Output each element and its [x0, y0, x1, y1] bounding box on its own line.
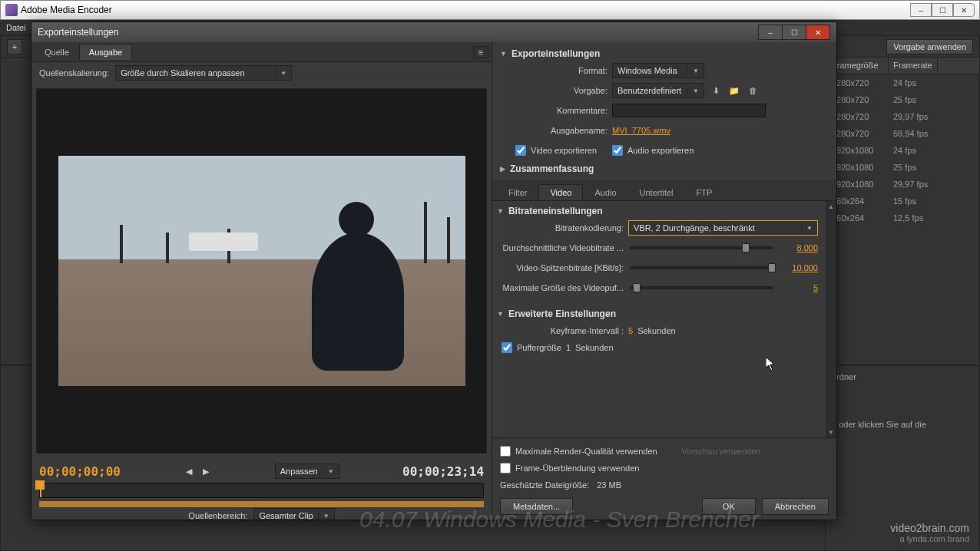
- avg-bitrate-value[interactable]: 8.000: [780, 243, 818, 252]
- peak-bitrate-label: Video-Spitzenbitrate [KBit/s]:: [497, 263, 624, 272]
- current-timecode[interactable]: 00;00;00;00: [39, 464, 121, 479]
- max-render-label: Maximale Render-Qualität verwenden: [515, 447, 657, 456]
- dialog-close-button[interactable]: ✕: [806, 25, 830, 40]
- tab-video[interactable]: Video: [538, 184, 583, 200]
- export-video-checkbox[interactable]: Video exportieren: [515, 144, 597, 157]
- window-maximize-button[interactable]: ☐: [932, 3, 953, 17]
- ok-button[interactable]: OK: [702, 498, 756, 515]
- scroll-up-icon[interactable]: ▲: [826, 201, 836, 212]
- source-range-dropdown[interactable]: Gesamter Clip ▼: [253, 508, 334, 520]
- add-source-button[interactable]: +: [7, 39, 22, 54]
- tab-output[interactable]: Ausgabe: [79, 44, 132, 60]
- advanced-heading[interactable]: ▼ Erweiterte Einstellungen: [497, 307, 832, 321]
- keyframe-value[interactable]: 5: [628, 326, 633, 335]
- brand-logo: video2brain.com a lynda.com brand: [890, 522, 969, 543]
- window-close-button[interactable]: ✕: [953, 3, 975, 17]
- preview-viewport[interactable]: [36, 88, 487, 454]
- chevron-down-icon: ▼: [801, 225, 813, 232]
- avg-bitrate-label: Durchschnittliche Videobitrate ...: [497, 243, 624, 252]
- dialog-titlebar[interactable]: Exporteinstellungen – ☐ ✕: [31, 22, 836, 42]
- buffersize-checkbox[interactable]: [502, 342, 512, 353]
- peak-bitrate-slider[interactable]: [630, 266, 773, 269]
- prev-frame-icon[interactable]: ◀: [184, 466, 194, 477]
- next-frame-icon[interactable]: ▶: [200, 466, 211, 477]
- tab-source[interactable]: Quelle: [35, 44, 79, 61]
- import-preset-icon[interactable]: 📁: [727, 84, 741, 97]
- twisty-right-icon: ▶: [500, 165, 505, 173]
- buffer-max-slider[interactable]: [630, 286, 773, 289]
- frame-blend-checkbox[interactable]: [500, 463, 511, 473]
- bitrate-heading[interactable]: ▼ Bitrateneinstellungen: [497, 204, 832, 218]
- outputname-label: Ausgabename:: [500, 126, 608, 135]
- preset-label: Vorgabe:: [500, 86, 608, 95]
- est-size-value: 23 MB: [597, 480, 621, 490]
- tab-ftp[interactable]: FTP: [685, 184, 724, 200]
- frame-blend-label: Frame-Überblendung verwenden: [515, 464, 639, 473]
- app-title: Adobe Media Encoder: [21, 5, 910, 15]
- preset-row[interactable]: 1920x108029,97 fps: [827, 176, 979, 193]
- preset-row[interactable]: 1280x72059,94 fps: [827, 125, 979, 142]
- export-settings-dialog: Exporteinstellungen – ☐ ✕ Quelle Ausgabe…: [31, 21, 837, 520]
- dialog-minimize-button[interactable]: –: [758, 25, 783, 40]
- timeline-track[interactable]: [39, 483, 484, 498]
- keyframe-unit: Sekunden: [637, 326, 676, 335]
- comments-label: Kommentare:: [500, 106, 608, 115]
- outputname-link[interactable]: MVI_7705.wmv: [612, 126, 670, 135]
- twisty-down-icon: ▼: [497, 207, 504, 215]
- buffer-max-label: Maximale Größe des Videopuf...: [497, 283, 624, 292]
- dialog-footer: Maximale Render-Qualität verwenden Vorsc…: [492, 437, 836, 520]
- comments-input[interactable]: [612, 104, 766, 117]
- format-dropdown[interactable]: Windows Media ▼: [612, 63, 704, 78]
- watch-folder-label: ordner: [832, 372, 973, 381]
- preset-row[interactable]: 1280x72025 fps: [827, 91, 979, 108]
- scroll-down-icon[interactable]: ▼: [826, 427, 836, 437]
- preset-row[interactable]: 1920x108024 fps: [827, 142, 979, 159]
- export-audio-checkbox[interactable]: Audio exportieren: [612, 144, 694, 157]
- delete-preset-icon[interactable]: 🗑: [746, 84, 760, 97]
- menu-file[interactable]: Datei: [6, 23, 26, 32]
- fit-dropdown[interactable]: Anpassen ▼: [275, 464, 339, 479]
- summary-heading[interactable]: ▶ Zusammenfassung: [500, 160, 829, 176]
- peak-bitrate-value[interactable]: 10.000: [780, 263, 818, 272]
- tab-audio[interactable]: Audio: [583, 184, 627, 200]
- dialog-title-text: Exporteinstellungen: [38, 27, 759, 38]
- preset-row[interactable]: 360x26412,5 fps: [827, 210, 979, 226]
- preset-row[interactable]: 1280x72024 fps: [827, 74, 979, 91]
- twisty-down-icon: ▼: [500, 50, 507, 58]
- preset-row[interactable]: 1280x72029,97 fps: [827, 108, 979, 125]
- apply-preset-button[interactable]: Vorgabe anwenden: [886, 39, 973, 54]
- tab-captions[interactable]: Untertitel: [628, 184, 685, 200]
- save-preset-icon[interactable]: ⬇: [709, 84, 723, 97]
- preset-row[interactable]: 1920x108025 fps: [827, 159, 979, 176]
- bitrate-encoding-dropdown[interactable]: VBR, 2 Durchgänge, beschränkt ▼: [628, 220, 818, 236]
- tab-filter[interactable]: Filter: [497, 184, 538, 200]
- metadata-button[interactable]: Metadaten...: [500, 498, 573, 515]
- preview-use-label: Vorschau verwenden: [682, 447, 761, 456]
- column-framerate[interactable]: Framerate: [889, 58, 938, 74]
- bitrate-encoding-label: Bitratenkodierung:: [497, 223, 624, 233]
- window-minimize-button[interactable]: –: [910, 3, 932, 17]
- chevron-down-icon: ▼: [275, 70, 286, 77]
- preview-panel-menu[interactable]: ≡: [473, 46, 488, 58]
- buffersize-label: Puffergröße: [517, 343, 561, 352]
- buffer-max-value[interactable]: 5: [780, 283, 818, 292]
- scaling-dropdown[interactable]: Größe durch Skalieren anpassen ▼: [115, 65, 292, 81]
- chevron-down-icon: ▼: [318, 513, 329, 520]
- twisty-down-icon: ▼: [497, 310, 504, 318]
- cancel-button[interactable]: Abbrechen: [762, 498, 829, 515]
- preset-row[interactable]: 360x26415 fps: [827, 193, 979, 210]
- buffersize-unit: Sekunden: [575, 343, 614, 352]
- scrollbar[interactable]: ▲ ▼: [826, 201, 836, 437]
- work-area-bar[interactable]: [39, 501, 484, 507]
- preset-browser-panel: Vorgabe anwenden Framegröße Framerate 12…: [826, 35, 980, 365]
- buffersize-value[interactable]: 1: [566, 343, 571, 352]
- keyframe-label: Keyframe-Intervall :: [497, 326, 624, 335]
- avg-bitrate-slider[interactable]: [630, 246, 773, 249]
- preset-dropdown[interactable]: Benutzerdefiniert ▼: [612, 83, 704, 98]
- video-settings-scroll: ▲ ▼ ▼ Bitrateneinstellungen Bitratenkodi…: [492, 201, 836, 437]
- max-render-checkbox[interactable]: [500, 446, 511, 457]
- export-settings-heading[interactable]: ▼ Exporteinstellungen: [500, 47, 829, 61]
- dialog-maximize-button[interactable]: ☐: [782, 25, 806, 40]
- chevron-down-icon: ▼: [687, 68, 699, 74]
- playhead[interactable]: [35, 480, 45, 490]
